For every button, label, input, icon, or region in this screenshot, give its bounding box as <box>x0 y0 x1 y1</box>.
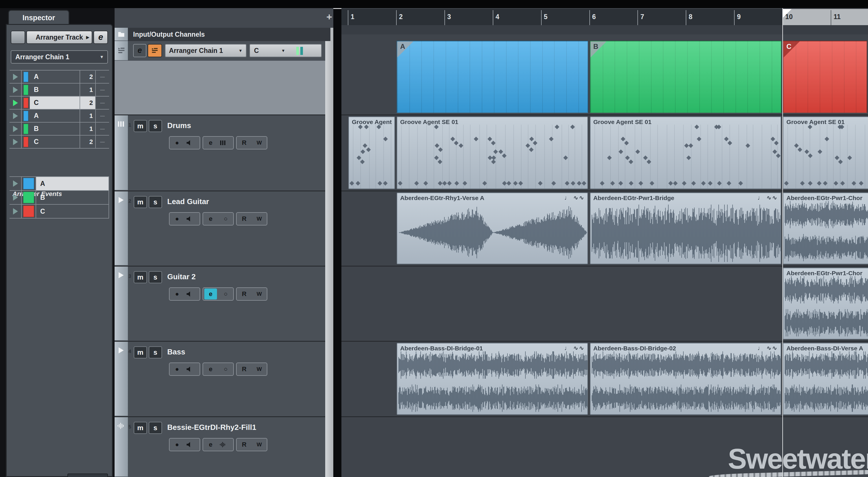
arranger-section-b[interactable]: B <box>590 41 782 113</box>
solo-button[interactable]: s <box>149 346 162 359</box>
clip-groove-agent[interactable]: Groove Agent <box>348 116 395 189</box>
instrument-editor-button[interactable] <box>219 139 232 146</box>
chain-row-mode[interactable]: — <box>96 83 109 96</box>
read-automation-button[interactable]: R <box>238 363 251 375</box>
read-automation-button[interactable]: R <box>238 439 251 451</box>
chain-row-name[interactable]: A <box>30 71 80 83</box>
mute-button[interactable]: m <box>134 346 147 359</box>
record-enable-button[interactable]: ● <box>171 213 183 225</box>
arranger-track-edit-button[interactable]: e <box>93 31 108 44</box>
read-automation-button[interactable]: R <box>238 288 251 300</box>
track-lane-guitar-2[interactable]: Aberdeen-EGtr-Pwr1-Chor <box>341 266 868 341</box>
arranger-chain-row[interactable]: A2— <box>9 70 109 83</box>
arranger-chain-row[interactable]: B1— <box>9 83 109 97</box>
panel-divider[interactable] <box>333 8 341 477</box>
monitor-button[interactable] <box>186 215 198 222</box>
event-row-arrow-cell[interactable] <box>9 191 22 204</box>
edit-channel-button[interactable]: e <box>204 288 217 300</box>
mute-button[interactable]: m <box>134 422 147 434</box>
timeline-ruler[interactable]: 1234567891011 <box>341 9 868 25</box>
active-part-dropdown[interactable]: C ▼ <box>249 44 322 57</box>
arranger-track-selector[interactable]: Arranger Track ▶ <box>26 31 92 44</box>
chain-row-mode[interactable]: — <box>96 136 109 148</box>
arranger-edit-button[interactable]: e <box>133 44 146 57</box>
write-automation-button[interactable]: W <box>253 137 266 149</box>
io-channels-row[interactable]: Input/Output Channels <box>128 28 331 41</box>
chain-row-mode[interactable]: — <box>96 71 109 83</box>
clip-groove-agent-se-01[interactable]: Groove Agent SE 01 <box>783 116 868 189</box>
clip-aberdeen-egtr-pwr1-chor[interactable]: Aberdeen-EGtr-Pwr1-Chor <box>783 193 868 264</box>
event-row-arrow-cell[interactable] <box>9 177 22 190</box>
track-lane-bass[interactable]: Aberdeen-Bass-DI-Bridge-01♩ ∿∿Aberdeen-B… <box>341 341 868 416</box>
chain-row-arrow-cell[interactable] <box>9 123 22 135</box>
clip-aberdeen-bass-di-bridge-01[interactable]: Aberdeen-Bass-DI-Bridge-01♩ ∿∿ <box>397 343 588 415</box>
insert-bypass-button[interactable]: ○ <box>219 288 232 300</box>
edit-channel-button[interactable]: e <box>204 363 217 375</box>
track-header-lead-guitar[interactable]: 2msLead Guitar●e○RW <box>115 191 325 266</box>
write-automation-button[interactable]: W <box>253 288 266 300</box>
clip-groove-agent-se-01[interactable]: Groove Agent SE 01 <box>397 116 588 189</box>
chain-row-repeat-count[interactable]: 2 <box>80 71 96 83</box>
arranger-event-row[interactable]: C <box>9 205 109 218</box>
clip-aberdeen-bass-di-verse-a[interactable]: Aberdeen-Bass-DI-Verse A <box>783 343 868 415</box>
track-lane-lead-guitar[interactable]: Aberdeen-EGtr-Rhy1-Verse A♩ ∿∿Aberdeen-E… <box>341 191 868 266</box>
add-track-button[interactable]: + <box>324 11 335 22</box>
chain-row-repeat-count[interactable]: 1 <box>80 83 96 96</box>
event-row-name[interactable]: B <box>36 191 109 204</box>
arranger-section-a[interactable]: A <box>397 41 589 113</box>
arranger-track-color-button[interactable] <box>11 31 25 44</box>
clip-aberdeen-egtr-pwr1-bridge[interactable]: Aberdeen-EGtr-Pwr1-Bridge♩ ∿∿ <box>590 193 781 264</box>
solo-button[interactable]: s <box>149 422 162 434</box>
track-lane-drums[interactable]: Groove AgentGroove Agent SE 01Groove Age… <box>341 114 868 191</box>
mute-button[interactable]: m <box>134 120 147 132</box>
track-header-drums[interactable]: 1msDrums●eRW <box>115 114 325 191</box>
solo-button[interactable]: s <box>149 196 162 208</box>
record-enable-button[interactable]: ● <box>171 363 183 375</box>
edit-channel-button[interactable]: e <box>204 213 217 225</box>
chain-row-mode[interactable]: — <box>96 123 109 135</box>
chain-row-mode[interactable]: — <box>96 109 109 122</box>
monitor-button[interactable] <box>186 139 198 146</box>
clip-aberdeen-egtr-pwr1-chor[interactable]: Aberdeen-EGtr-Pwr1-Chor <box>783 268 868 339</box>
clip-aberdeen-egtr-rhy1-verse-a[interactable]: Aberdeen-EGtr-Rhy1-Verse A♩ ∿∿ <box>397 193 588 264</box>
active-chain-dropdown[interactable]: Arranger Chain 1 ▼ <box>165 44 247 57</box>
sample-editor-button[interactable] <box>219 441 232 448</box>
solo-button[interactable]: s <box>149 271 162 283</box>
inspector-tab[interactable]: Inspector <box>8 10 69 26</box>
chain-row-repeat-count[interactable]: 2 <box>80 136 96 148</box>
record-enable-button[interactable]: ● <box>171 137 183 149</box>
read-automation-button[interactable]: R <box>238 213 251 225</box>
jump-mode-dropdown[interactable]: End ▼ <box>67 474 108 477</box>
arranger-chain-row[interactable]: B1— <box>9 123 109 136</box>
monitor-button[interactable] <box>186 366 198 373</box>
solo-button[interactable]: s <box>149 120 162 132</box>
event-row-name[interactable]: C <box>36 205 109 218</box>
write-automation-button[interactable]: W <box>253 213 266 225</box>
chain-row-name[interactable]: B <box>30 123 80 135</box>
arranger-chain-row[interactable]: C2— <box>9 136 109 148</box>
chain-row-name[interactable]: C <box>30 97 80 109</box>
insert-bypass-button[interactable]: ○ <box>219 213 232 225</box>
write-automation-button[interactable]: W <box>253 363 266 375</box>
mute-button[interactable]: m <box>134 271 147 283</box>
mute-button[interactable]: m <box>134 196 147 208</box>
arranger-event-row[interactable]: B <box>9 191 109 205</box>
arranger-section-c[interactable]: C <box>783 41 867 113</box>
arranger-chain-row[interactable]: A1— <box>9 109 109 123</box>
chain-row-repeat-count[interactable]: 1 <box>80 109 96 122</box>
chain-row-arrow-cell[interactable] <box>9 71 22 83</box>
record-enable-button[interactable]: ● <box>171 288 183 300</box>
arranger-event-row[interactable]: A <box>9 176 109 191</box>
event-row-name[interactable]: A <box>36 177 109 190</box>
event-row-arrow-cell[interactable] <box>9 205 22 218</box>
insert-bypass-button[interactable]: ○ <box>219 363 232 375</box>
chain-row-arrow-cell[interactable] <box>9 109 22 122</box>
chain-row-mode[interactable]: — <box>96 97 109 109</box>
record-enable-button[interactable]: ● <box>171 439 183 451</box>
write-automation-button[interactable]: W <box>253 439 266 451</box>
chain-row-repeat-count[interactable]: 2 <box>80 97 96 109</box>
track-header-guitar-2[interactable]: 3msGuitar 2●e○RW <box>115 266 325 341</box>
tracklist-scrollbar[interactable] <box>325 28 333 477</box>
edit-channel-button[interactable]: e <box>204 137 217 149</box>
chain-row-name[interactable]: C <box>30 136 80 148</box>
